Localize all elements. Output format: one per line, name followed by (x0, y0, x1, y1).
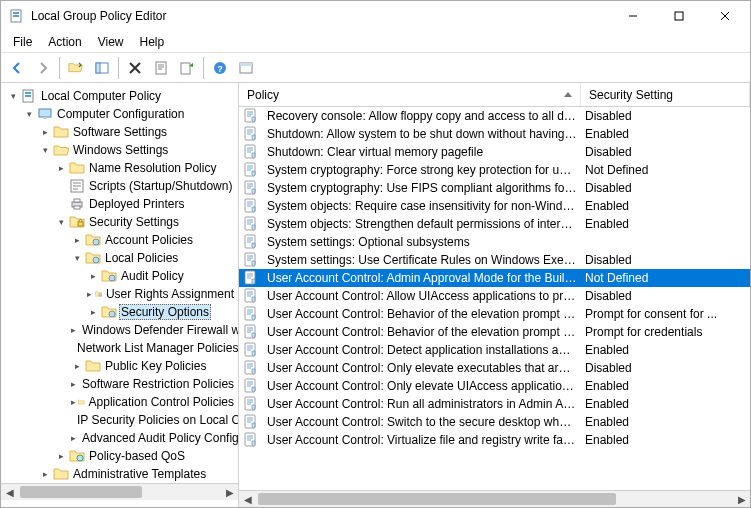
policy-row[interactable]: System settings: Optional subsystems (239, 233, 750, 251)
policy-row[interactable]: Shutdown: Clear virtual memory pagefileD… (239, 143, 750, 161)
collapse-icon[interactable]: ▾ (23, 108, 35, 120)
policy-row[interactable]: User Account Control: Admin Approval Mod… (239, 269, 750, 287)
maximize-button[interactable] (656, 1, 702, 31)
tree-user-rights[interactable]: ▸User Rights Assignment (85, 285, 238, 303)
tree-administrative-templates[interactable]: ▸Administrative Templates (37, 465, 238, 483)
policy-row[interactable]: User Account Control: Behavior of the el… (239, 305, 750, 323)
menu-file[interactable]: File (5, 33, 40, 51)
tree-horizontal-scrollbar[interactable]: ◀ ▶ (1, 483, 238, 500)
minimize-button[interactable] (610, 1, 656, 31)
expand-icon[interactable]: ▸ (71, 396, 76, 408)
list-body[interactable]: Recovery console: Allow floppy copy and … (239, 107, 750, 490)
delete-button[interactable] (123, 56, 147, 80)
scroll-right-icon[interactable]: ▶ (733, 491, 750, 507)
expand-icon[interactable]: ▸ (71, 324, 76, 336)
tree-audit-policy[interactable]: ▸Audit Policy (85, 267, 238, 285)
policy-icon (243, 432, 259, 448)
tree-security-settings[interactable]: ▾Security Settings (53, 213, 238, 231)
collapse-icon[interactable]: ▾ (71, 252, 83, 264)
policy-row[interactable]: System settings: Use Certificate Rules o… (239, 251, 750, 269)
list-horizontal-scrollbar[interactable]: ◀ ▶ (239, 490, 750, 507)
tree-deployed-printers[interactable]: Deployed Printers (53, 195, 238, 213)
policy-row[interactable]: User Account Control: Run all administra… (239, 395, 750, 413)
tree-advanced-audit[interactable]: ▸Advanced Audit Policy Configuration (69, 429, 238, 447)
close-button[interactable] (702, 1, 748, 31)
collapse-icon[interactable]: ▾ (55, 216, 67, 228)
policy-row[interactable]: User Account Control: Only elevate UIAcc… (239, 377, 750, 395)
policy-row[interactable]: User Account Control: Virtualize file an… (239, 431, 750, 449)
policy-setting: Disabled (581, 361, 750, 375)
policy-row[interactable]: System objects: Require case insensitivi… (239, 197, 750, 215)
policy-row[interactable]: Shutdown: Allow system to be shut down w… (239, 125, 750, 143)
policy-name: System settings: Optional subsystems (263, 235, 581, 249)
column-policy[interactable]: Policy (239, 83, 581, 106)
tree-account-policies[interactable]: ▸Account Policies (69, 231, 238, 249)
menu-help[interactable]: Help (132, 33, 173, 51)
forward-button[interactable] (31, 56, 55, 80)
policy-row[interactable]: User Account Control: Switch to the secu… (239, 413, 750, 431)
tree-windows-settings[interactable]: ▾Windows Settings (37, 141, 238, 159)
expand-icon[interactable]: ▸ (87, 288, 93, 300)
expand-icon[interactable]: ▸ (71, 360, 83, 372)
svg-text:?: ? (217, 64, 223, 74)
back-button[interactable] (5, 56, 29, 80)
policy-name: User Account Control: Admin Approval Mod… (263, 271, 581, 285)
policy-row[interactable]: System cryptography: Force strong key pr… (239, 161, 750, 179)
menu-action[interactable]: Action (40, 33, 89, 51)
policy-name: System settings: Use Certificate Rules o… (263, 253, 581, 267)
collapse-icon[interactable]: ▾ (7, 90, 19, 102)
expand-icon[interactable]: ▸ (87, 270, 99, 282)
tree-local-policies[interactable]: ▾Local Policies (69, 249, 238, 267)
collapse-icon[interactable]: ▾ (39, 144, 51, 156)
svg-rect-15 (96, 63, 100, 73)
gpo-icon (21, 88, 37, 104)
tree-scripts[interactable]: Scripts (Startup/Shutdown) (53, 177, 238, 195)
policy-row[interactable]: User Account Control: Only elevate execu… (239, 359, 750, 377)
policy-row[interactable]: System objects: Strengthen default permi… (239, 215, 750, 233)
tree-name-resolution-policy[interactable]: ▸Name Resolution Policy (53, 159, 238, 177)
policy-setting: Disabled (581, 289, 750, 303)
column-security-setting[interactable]: Security Setting (581, 83, 750, 106)
expand-icon[interactable]: ▸ (55, 450, 67, 462)
export-button[interactable] (175, 56, 199, 80)
scroll-left-icon[interactable]: ◀ (239, 491, 256, 507)
tree-software-settings[interactable]: ▸Software Settings (37, 123, 238, 141)
tree-computer-configuration[interactable]: ▾ Computer Configuration (21, 105, 238, 123)
policy-row[interactable]: User Account Control: Detect application… (239, 341, 750, 359)
up-button[interactable] (64, 56, 88, 80)
folder-icon (101, 304, 117, 320)
tree-root[interactable]: ▾ Local Computer Policy (5, 87, 238, 105)
policy-row[interactable]: User Account Control: Behavior of the el… (239, 323, 750, 341)
expand-icon[interactable]: ▸ (71, 234, 83, 246)
policy-row[interactable]: User Account Control: Allow UIAccess app… (239, 287, 750, 305)
menu-view[interactable]: View (90, 33, 132, 51)
scroll-right-icon[interactable]: ▶ (221, 484, 238, 500)
menubar: File Action View Help (1, 31, 750, 53)
tree-application-control[interactable]: ▸Application Control Policies (69, 393, 238, 411)
scroll-left-icon[interactable]: ◀ (1, 484, 18, 500)
tree-network-list-manager[interactable]: Network List Manager Policies (69, 339, 238, 357)
policy-row[interactable]: Recovery console: Allow floppy copy and … (239, 107, 750, 125)
expand-icon[interactable]: ▸ (87, 306, 99, 318)
properties-button[interactable] (149, 56, 173, 80)
policy-icon (243, 270, 259, 286)
tree-security-options[interactable]: ▸Security Options (85, 303, 238, 321)
policy-setting: Not Defined (581, 163, 750, 177)
policy-setting: Disabled (581, 109, 750, 123)
expand-icon[interactable]: ▸ (39, 468, 51, 480)
expand-icon[interactable]: ▸ (71, 432, 76, 444)
expand-icon[interactable]: ▸ (71, 378, 76, 390)
refresh-button[interactable] (234, 56, 258, 80)
tree-software-restriction[interactable]: ▸Software Restriction Policies (69, 375, 238, 393)
expand-icon[interactable]: ▸ (39, 126, 51, 138)
policy-icon (243, 198, 259, 214)
tree-ip-security[interactable]: IP Security Policies on Local Computer (69, 411, 238, 429)
show-hide-tree-button[interactable] (90, 56, 114, 80)
tree-windows-defender-firewall[interactable]: ▸Windows Defender Firewall with Advanced… (69, 321, 238, 339)
tree-pane[interactable]: ▾ Local Computer Policy ▾ Computer Confi… (1, 83, 239, 507)
policy-row[interactable]: System cryptography: Use FIPS compliant … (239, 179, 750, 197)
help-button[interactable]: ? (208, 56, 232, 80)
tree-policy-based-qos[interactable]: ▸Policy-based QoS (53, 447, 238, 465)
tree-public-key-policies[interactable]: ▸Public Key Policies (69, 357, 238, 375)
expand-icon[interactable]: ▸ (55, 162, 67, 174)
